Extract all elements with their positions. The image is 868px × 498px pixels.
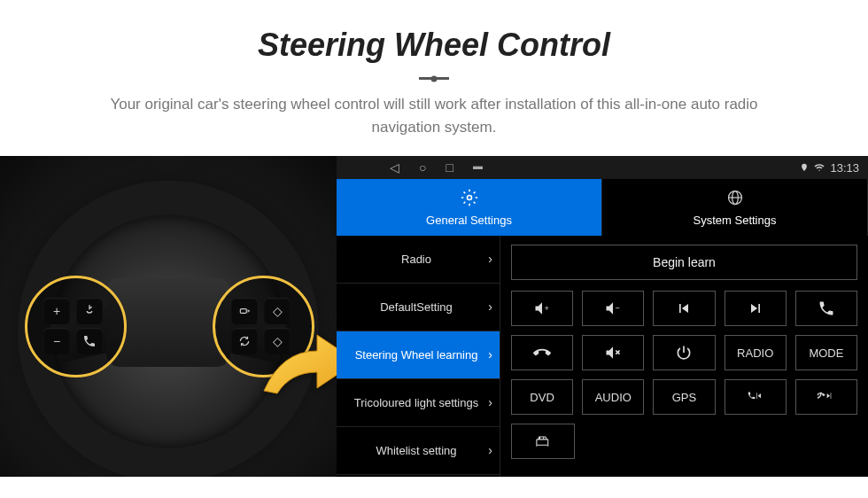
fn-volume-down-button[interactable]: − — [582, 291, 644, 326]
settings-menu: Radio › DefaultSetting › Steering Wheel … — [337, 236, 500, 477]
headunit-screen: ◁ ○ □ ▬ 13:13 General Settings — [337, 156, 868, 477]
fn-phone-hangup-button[interactable] — [511, 335, 573, 370]
fn-dvd-button[interactable]: DVD — [511, 379, 573, 415]
wheel-plus-button: + — [43, 298, 70, 324]
fn-volume-up-button[interactable]: + — [511, 291, 573, 326]
chevron-right-icon: › — [488, 252, 492, 267]
fn-mute-button[interactable] — [582, 335, 644, 370]
chevron-right-icon: › — [488, 300, 492, 315]
wheel-phone-button — [76, 328, 103, 354]
chevron-right-icon: › — [488, 443, 492, 458]
begin-learn-button[interactable]: Begin learn — [511, 245, 857, 280]
wheel-source-button — [231, 298, 258, 324]
sd-card-icon: ▬ — [473, 160, 483, 175]
status-time: 13:13 — [830, 161, 859, 175]
tab-label: General Settings — [426, 214, 512, 227]
tab-label: System Settings — [694, 214, 777, 227]
menu-item-tricoloured-light[interactable]: Tricoloured light settings › — [337, 379, 500, 427]
fn-car-button[interactable] — [511, 424, 575, 459]
left-controls-highlight: + − — [25, 276, 127, 377]
fn-phone-prev-button[interactable] — [725, 379, 787, 415]
globe-icon — [726, 189, 744, 211]
svg-point-1 — [467, 195, 471, 199]
pointing-arrow — [255, 324, 337, 416]
gear-icon — [461, 189, 478, 211]
gps-icon — [800, 161, 809, 175]
wifi-icon — [814, 161, 825, 175]
menu-item-default-setting[interactable]: DefaultSetting › — [337, 284, 500, 331]
fn-audio-button[interactable]: AUDIO — [582, 379, 644, 415]
wheel-minus-button: − — [43, 328, 70, 354]
android-status-bar: ◁ ○ □ ▬ 13:13 — [337, 156, 868, 179]
chevron-right-icon: › — [488, 347, 492, 362]
page-subtitle: Your original car's steering wheel contr… — [89, 93, 779, 138]
svg-rect-6 — [537, 440, 548, 445]
menu-item-steering-wheel-learning[interactable]: Steering Wheel learning › — [337, 331, 500, 379]
chevron-right-icon: › — [488, 395, 492, 410]
wheel-diamond-button: ◇ — [264, 298, 291, 324]
svg-rect-0 — [240, 309, 246, 314]
fn-phone-next-button[interactable] — [795, 379, 857, 415]
svg-text:+: + — [545, 304, 549, 313]
fn-power-button[interactable] — [653, 335, 715, 370]
learning-panel: Begin learn + − — [500, 236, 868, 477]
title-divider — [419, 77, 449, 80]
menu-item-whitelist[interactable]: Whitelist setting › — [337, 427, 500, 475]
fn-next-track-button[interactable] — [725, 291, 787, 326]
svg-text:−: − — [616, 304, 620, 313]
fn-radio-button[interactable]: RADIO — [725, 335, 787, 370]
menu-item-radio[interactable]: Radio › — [337, 236, 500, 284]
fn-gps-button[interactable]: GPS — [653, 379, 715, 415]
page-title: Steering Wheel Control — [18, 27, 850, 64]
tab-general-settings[interactable]: General Settings — [337, 179, 602, 236]
fn-phone-answer-button[interactable] — [795, 291, 857, 326]
home-icon[interactable]: ○ — [419, 160, 426, 175]
recents-icon[interactable]: □ — [446, 160, 453, 175]
fn-mode-button[interactable]: MODE — [795, 335, 857, 370]
wheel-voice-button — [76, 298, 103, 324]
back-icon[interactable]: ◁ — [390, 160, 399, 175]
fn-prev-track-button[interactable] — [653, 291, 715, 326]
tab-system-settings[interactable]: System Settings — [602, 179, 868, 236]
wheel-cycle-button — [231, 328, 258, 354]
steering-wheel-photo: + − ◇ ◇ — [0, 156, 337, 477]
